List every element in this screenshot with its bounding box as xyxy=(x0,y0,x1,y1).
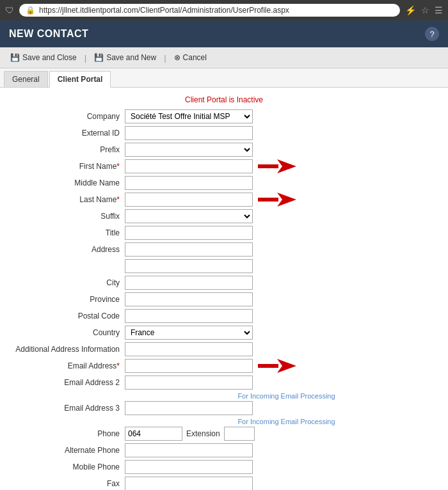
suffix-select[interactable] xyxy=(125,209,253,223)
tab-client-portal[interactable]: Client Portal xyxy=(49,71,111,88)
prefix-select[interactable] xyxy=(125,143,253,157)
alternate-phone-row: Alternate Phone xyxy=(0,443,448,457)
last-name-row: Last Name* xyxy=(0,193,448,207)
tab-bar: General Client Portal xyxy=(0,68,448,88)
address-input-2[interactable] xyxy=(125,259,253,273)
province-label: Province xyxy=(0,295,125,304)
svg-marker-2 xyxy=(277,193,296,207)
help-button[interactable]: ? xyxy=(425,27,439,41)
email-address-3-row: Email Address 3 xyxy=(0,401,448,415)
toolbar: 💾 Save and Close | 💾 Save and New | ⊗ Ca… xyxy=(0,47,448,68)
separator-2: | xyxy=(163,53,167,63)
last-name-label: Last Name* xyxy=(0,195,125,204)
country-label: Country xyxy=(0,328,125,337)
city-label: City xyxy=(0,278,125,287)
save-new-button[interactable]: 💾 Save and New xyxy=(90,51,160,64)
save-close-icon: 💾 xyxy=(10,53,20,62)
first-name-input[interactable] xyxy=(125,159,253,173)
external-id-input[interactable] xyxy=(125,126,253,140)
external-id-row: External ID xyxy=(0,126,448,140)
last-name-input[interactable] xyxy=(125,193,253,207)
suffix-row: Suffix xyxy=(0,209,448,223)
separator-1: | xyxy=(83,53,88,63)
company-select[interactable]: Société Test Offre Initial MSP xyxy=(125,109,253,123)
company-label: Company xyxy=(0,112,125,121)
tab-client-portal-label: Client Portal xyxy=(58,75,103,84)
email-address-3-label: Email Address 3 xyxy=(0,404,125,413)
form-content: Client Portal is Inactive Company Sociét… xyxy=(0,88,448,490)
svg-rect-3 xyxy=(258,198,278,202)
middle-name-input[interactable] xyxy=(125,176,253,190)
additional-address-input[interactable] xyxy=(125,342,253,356)
first-name-arrow xyxy=(258,159,296,173)
extension-label: Extension xyxy=(186,429,220,438)
country-row: Country France xyxy=(0,326,448,340)
svg-marker-0 xyxy=(277,159,296,173)
first-name-row: First Name* xyxy=(0,159,448,173)
phone-input[interactable] xyxy=(125,427,182,441)
save-new-label: Save and New xyxy=(106,53,156,62)
phone-row: Phone Extension xyxy=(0,427,448,441)
email-address-2-label: Email Address 2 xyxy=(0,378,125,387)
phone-fields: Extension xyxy=(125,427,255,441)
prefix-label: Prefix xyxy=(0,145,125,154)
middle-name-label: Middle Name xyxy=(0,178,125,187)
last-name-arrow xyxy=(258,193,296,207)
tab-general-label: General xyxy=(12,75,40,84)
first-name-required: * xyxy=(116,162,120,171)
cancel-button[interactable]: ⊗ Cancel xyxy=(170,51,211,64)
address-row-2 xyxy=(0,259,448,273)
address-input-1[interactable] xyxy=(125,242,253,257)
title-label: Title xyxy=(0,228,125,237)
province-input[interactable] xyxy=(125,292,253,306)
prefix-row: Prefix xyxy=(0,143,448,157)
cancel-icon: ⊗ xyxy=(174,53,180,62)
save-close-button[interactable]: 💾 Save and Close xyxy=(6,51,81,64)
email-address-label: Email Address* xyxy=(0,361,125,370)
email-address-3-input[interactable] xyxy=(125,401,253,415)
additional-address-label: Additional Address Information xyxy=(0,345,125,354)
address-label: Address xyxy=(0,245,125,254)
email-address-input[interactable] xyxy=(125,359,253,373)
cancel-label: Cancel xyxy=(183,53,207,62)
browser-nav-icons: 🛡 xyxy=(5,5,14,15)
page-header: NEW CONTACT ? xyxy=(0,20,448,47)
email-required: * xyxy=(116,361,120,370)
email-address-2-input[interactable] xyxy=(125,375,253,390)
mobile-phone-row: Mobile Phone xyxy=(0,460,448,474)
title-row: Title xyxy=(0,226,448,240)
city-row: City xyxy=(0,276,448,290)
browser-right-icons: ⚡ ☆ ☰ xyxy=(405,5,443,15)
email-address-2-row: Email Address 2 xyxy=(0,375,448,390)
phone-label: Phone xyxy=(0,429,125,438)
province-row: Province xyxy=(0,292,448,306)
company-row: Company Société Test Offre Initial MSP xyxy=(0,109,448,123)
city-input[interactable] xyxy=(125,276,253,290)
fax-input[interactable] xyxy=(125,477,253,490)
alternate-phone-input[interactable] xyxy=(125,443,253,457)
address-row-1: Address xyxy=(0,242,448,257)
postal-code-label: Postal Code xyxy=(0,312,125,320)
title-input[interactable] xyxy=(125,226,253,240)
mobile-phone-input[interactable] xyxy=(125,460,253,474)
email-hint-2: For Incoming Email Processing xyxy=(125,418,448,425)
alternate-phone-label: Alternate Phone xyxy=(0,446,125,455)
additional-address-row: Additional Address Information xyxy=(0,342,448,356)
mobile-phone-label: Mobile Phone xyxy=(0,462,125,471)
suffix-label: Suffix xyxy=(0,212,125,221)
postal-code-input[interactable] xyxy=(125,309,253,323)
save-new-icon: 💾 xyxy=(94,53,104,62)
svg-rect-5 xyxy=(258,364,278,368)
country-select[interactable]: France xyxy=(125,326,253,340)
address-bar[interactable]: 🔒 https://jllnet.itdlientportal.com/Clie… xyxy=(19,4,400,17)
extension-input[interactable] xyxy=(224,427,255,441)
tab-general[interactable]: General xyxy=(4,71,48,87)
page-title: NEW CONTACT xyxy=(9,28,88,40)
fax-row: Fax xyxy=(0,477,448,490)
lightning-icon: ⚡ xyxy=(405,5,416,15)
email-hint-1: For Incoming Email Processing xyxy=(125,392,448,400)
svg-rect-1 xyxy=(258,164,278,168)
email-address-row: Email Address* xyxy=(0,359,448,373)
lock-icon: 🔒 xyxy=(26,6,35,15)
shield-icon: 🛡 xyxy=(5,5,14,15)
